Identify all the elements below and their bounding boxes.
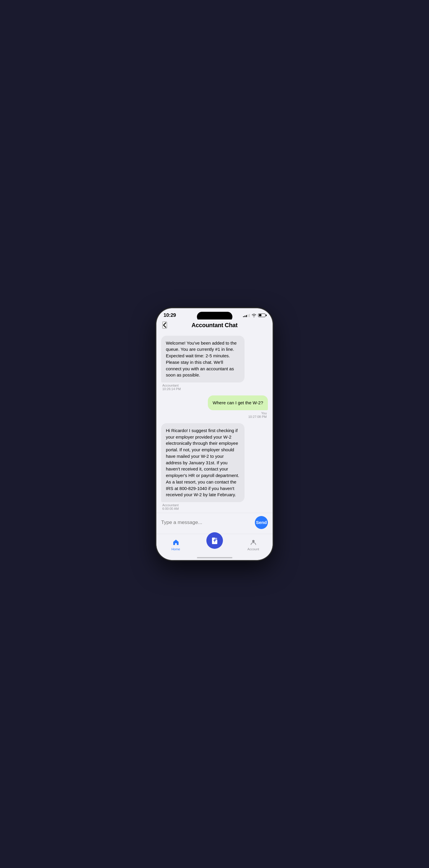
message-row-1: Welcome! You've been added to the queue.…: [161, 336, 268, 391]
tab-upload[interactable]: [195, 532, 234, 549]
wifi-icon: [252, 314, 256, 317]
chat-title: Accountant Chat: [192, 322, 238, 329]
battery-icon: [258, 314, 266, 317]
message-meta-1: Accountant 10:26:14 PM: [161, 383, 182, 391]
screen: 10:29: [156, 308, 273, 560]
tab-home-label: Home: [172, 547, 180, 551]
status-time: 10:29: [163, 312, 176, 318]
home-icon: [172, 538, 180, 547]
upload-button[interactable]: [206, 532, 223, 549]
account-icon: [249, 538, 257, 547]
input-area: Send: [156, 513, 273, 534]
message-meta-2: You 10:27:08 PM: [247, 411, 268, 418]
status-bar: 10:29: [156, 308, 273, 319]
message-input[interactable]: [161, 518, 252, 527]
signal-icon: [243, 314, 250, 317]
message-row-2: Where can I get the W-2? You 10:27:08 PM: [161, 396, 268, 418]
chat-area[interactable]: Welcome! You've been added to the queue.…: [156, 332, 273, 513]
message-bubble-1: Welcome! You've been added to the queue.…: [161, 336, 245, 383]
tab-home[interactable]: Home: [156, 538, 195, 551]
message-meta-3: Accountant 6:00:00 AM: [161, 503, 180, 510]
tab-account-label: Account: [247, 547, 259, 551]
status-icons: [243, 314, 266, 317]
message-bubble-2: Where can I get the W-2?: [208, 396, 268, 410]
home-indicator: [197, 557, 233, 558]
send-button[interactable]: Send: [255, 516, 268, 529]
svg-point-1: [252, 540, 254, 542]
tab-bar: Home: [156, 534, 273, 560]
back-button[interactable]: [162, 321, 167, 329]
message-bubble-3: Hi Ricardo! I suggest first checking if …: [161, 423, 245, 502]
tab-account[interactable]: Account: [234, 538, 273, 551]
phone-frame: 10:29: [156, 308, 273, 560]
message-row-3: Hi Ricardo! I suggest first checking if …: [161, 423, 268, 510]
nav-header: Accountant Chat: [156, 319, 273, 332]
